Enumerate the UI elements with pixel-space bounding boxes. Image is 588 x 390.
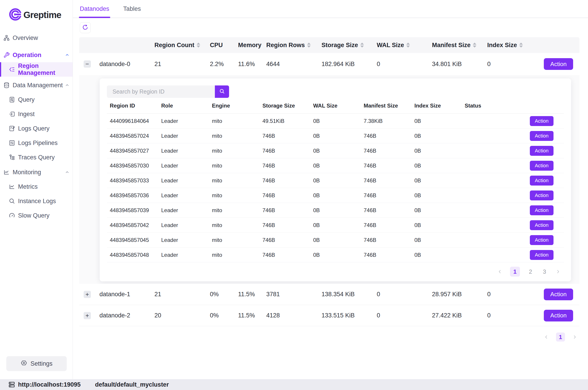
page-number-1[interactable]: 1 — [556, 333, 565, 341]
action-button[interactable]: Action — [544, 310, 573, 321]
chevron-right-icon[interactable] — [572, 334, 578, 340]
sidebar-item-region-management[interactable]: Region Management — [0, 62, 73, 77]
datanode-name: datanode-0 — [95, 61, 150, 68]
sidebar: Greptime Overview — [0, 0, 73, 379]
manifest-size-value: 27.422 KiB — [428, 312, 483, 319]
sidebar-item-logs-pipelines[interactable]: Logs Pipelines — [0, 136, 73, 150]
wal-size-cell: 0B — [310, 207, 361, 213]
sidebar-item-ingest[interactable]: Ingest — [0, 107, 73, 121]
region-table-body: 4440996184064 Leader mito 49.51KiB 0B 7.… — [107, 114, 564, 262]
column-storage-size: Storage Size — [259, 102, 310, 109]
action-button[interactable]: Action — [530, 220, 553, 230]
page-number-3[interactable]: 3 — [541, 268, 548, 275]
sidebar-nav: Overview Operation — [0, 25, 73, 223]
wal-size-cell: 0B — [310, 118, 361, 124]
refresh-button[interactable] — [80, 22, 91, 33]
chevron-left-icon[interactable] — [497, 269, 503, 275]
engine-cell: mito — [209, 237, 259, 243]
sort-icon[interactable] — [473, 43, 476, 48]
action-button[interactable]: Action — [544, 289, 573, 300]
sort-icon[interactable] — [196, 43, 200, 48]
sidebar-group-label: Operation — [13, 52, 42, 59]
table-row-datanode-0: − datanode-0 21 2.2% 11.6% 4644 182.964 … — [79, 53, 580, 75]
action-button[interactable]: Action — [530, 191, 553, 200]
sidebar-item-overview[interactable]: Overview — [0, 31, 73, 45]
sort-icon[interactable] — [360, 43, 364, 48]
search-input[interactable] — [107, 86, 215, 98]
region-id-cell: 4483945857048 — [107, 252, 158, 258]
action-button[interactable]: Action — [530, 205, 553, 215]
index-size-value: 0 — [483, 61, 538, 68]
sidebar-item-label: Logs Query — [18, 125, 49, 132]
sidebar-item-traces-query[interactable]: Traces Query — [0, 150, 73, 165]
action-button[interactable]: Action — [530, 131, 553, 141]
engine-cell: mito — [209, 192, 259, 199]
chevron-right-icon[interactable] — [555, 269, 561, 275]
engine-cell: mito — [209, 207, 259, 213]
settings-button[interactable]: Settings — [6, 356, 67, 371]
manifest-size-value: 28.957 KiB — [428, 291, 483, 298]
sidebar-item-query[interactable]: Query — [0, 93, 73, 107]
wal-size-cell: 0B — [310, 148, 361, 154]
sidebar-item-instance-logs[interactable]: Instance Logs — [0, 194, 73, 208]
column-memory: Memory — [238, 42, 261, 49]
search-button[interactable] — [215, 86, 229, 98]
action-button[interactable]: Action — [530, 116, 553, 126]
sidebar-item-label: Slow Query — [18, 212, 49, 219]
tab-tables[interactable]: Tables — [123, 0, 141, 18]
storage-size-cell: 746B — [259, 192, 310, 199]
action-button[interactable]: Action — [544, 58, 573, 70]
engine-cell: mito — [209, 177, 259, 184]
chevron-left-icon[interactable] — [543, 334, 549, 340]
index-size-cell: 0B — [411, 237, 462, 243]
wal-size-cell: 0B — [310, 252, 361, 258]
action-button[interactable]: Action — [530, 235, 553, 245]
action-button[interactable]: Action — [530, 176, 553, 186]
region-count-value: 21 — [150, 291, 204, 298]
tab-datanodes[interactable]: Datanodes — [80, 0, 109, 18]
collapse-row-button[interactable]: − — [84, 60, 91, 68]
metrics-chart-icon — [8, 183, 15, 190]
wal-size-cell: 0B — [310, 133, 361, 139]
expand-row-button[interactable]: + — [84, 291, 91, 298]
wal-size-value: 0 — [372, 61, 428, 68]
role-cell: Leader — [158, 133, 209, 139]
index-size-cell: 0B — [411, 177, 462, 184]
sort-icon[interactable] — [307, 43, 311, 48]
sort-icon[interactable] — [406, 43, 410, 48]
action-button[interactable]: Action — [530, 146, 553, 156]
sidebar-item-label: Instance Logs — [18, 198, 56, 205]
column-index-size: Index Size — [487, 42, 517, 49]
expanded-row-zone: Region ID Role Engine Storage Size WAL S… — [79, 75, 580, 284]
region-id-cell: 4483945857024 — [107, 133, 158, 139]
sidebar-item-logs-query[interactable]: Logs Query — [0, 121, 73, 136]
sidebar-item-metrics[interactable]: Metrics — [0, 179, 73, 194]
action-button[interactable]: Action — [530, 161, 553, 171]
sidebar-group-label: Data Management — [13, 82, 63, 89]
memory-value: 11.5% — [234, 312, 262, 319]
sidebar-group-data-management[interactable]: Data Management — [0, 78, 73, 93]
sidebar-item-slow-query[interactable]: Slow Query — [0, 208, 73, 223]
region-pagination: 1 2 3 — [107, 262, 564, 281]
sort-icon[interactable] — [519, 43, 523, 48]
chevron-up-icon — [65, 52, 70, 57]
column-manifest-size: Manifest Size — [432, 42, 471, 49]
sidebar-group-monitoring[interactable]: Monitoring — [0, 165, 73, 179]
line-chart-icon — [3, 169, 10, 176]
storage-size-cell: 746B — [259, 222, 310, 228]
role-cell: Leader — [158, 118, 209, 124]
column-engine: Engine — [209, 102, 259, 109]
query-document-icon — [8, 96, 15, 103]
index-size-cell: 0B — [411, 133, 462, 139]
cpu-value: 2.2% — [204, 61, 234, 68]
expand-row-button[interactable]: + — [84, 312, 91, 319]
action-button[interactable]: Action — [530, 250, 553, 260]
sidebar-item-label: Region Management — [18, 62, 73, 76]
traces-tree-icon — [8, 154, 15, 161]
refresh-icon — [82, 24, 88, 31]
page-number-2[interactable]: 2 — [527, 268, 534, 275]
page-number-1[interactable]: 1 — [510, 267, 520, 277]
sidebar-group-operation[interactable]: Operation — [0, 48, 73, 62]
table-row: 4483945857030 Leader mito 746B 0B 746B 0… — [107, 158, 564, 173]
role-cell: Leader — [158, 162, 209, 169]
